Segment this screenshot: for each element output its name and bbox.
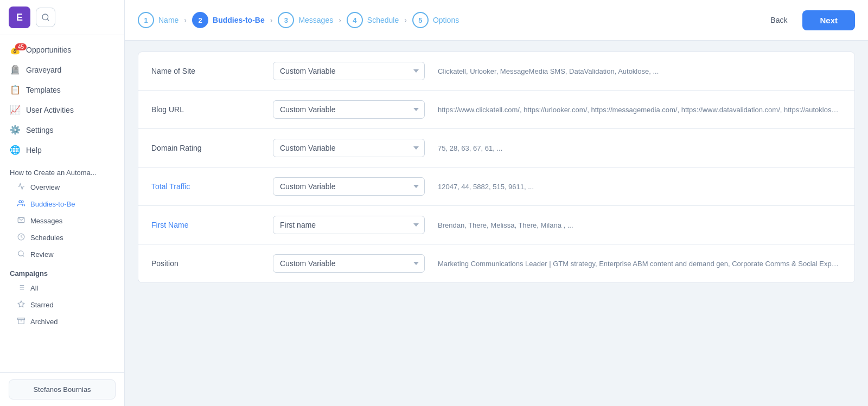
svg-rect-14 [18, 318, 25, 320]
templates-icon: 📋 [10, 85, 21, 95]
starred-icon [17, 300, 25, 310]
field-select-first-name[interactable]: First name [273, 216, 425, 234]
field-preview-blog-url: https://www.clickatell.com/, https://url… [438, 106, 841, 114]
sidebar-item-opportunities[interactable]: 💰 Opportunities 45 [0, 40, 124, 60]
sub-nav-label: Schedules [30, 234, 63, 242]
sub-nav-label: Messages [30, 217, 62, 225]
step-label-3: Messages [298, 16, 333, 24]
wizard-step-5[interactable]: 5 Options [412, 12, 459, 28]
wizard-header: 1 Name › 2 Buddies-to-Be › 3 Messages › … [125, 0, 868, 41]
field-select-blog-url[interactable]: Custom Variable [273, 100, 425, 119]
svg-line-6 [23, 255, 24, 257]
sub-nav-label: Review [30, 250, 54, 259]
step-circle-5: 5 [412, 12, 429, 28]
step-label-1: Name [158, 16, 178, 24]
step-circle-2: 2 [192, 12, 208, 28]
sidebar-top: E [0, 0, 124, 35]
arrow-1: › [184, 16, 187, 24]
user-activities-icon: 📈 [10, 105, 21, 115]
step-label-5: Options [433, 16, 459, 24]
wizard-steps: 1 Name › 2 Buddies-to-Be › 3 Messages › … [138, 12, 764, 28]
sidebar-item-settings[interactable]: ⚙️ Settings [0, 120, 124, 140]
sidebar-item-templates[interactable]: 📋 Templates [0, 80, 124, 100]
graveyard-icon: 🪦 [10, 65, 21, 75]
search-button[interactable] [36, 8, 55, 27]
svg-marker-13 [18, 301, 24, 307]
fields-table: Name of Site Custom Variable Clickatell,… [138, 51, 855, 283]
field-label-position: Position [151, 259, 260, 268]
field-label-domain-rating: Domain Rating [151, 144, 260, 152]
field-select-name-of-site[interactable]: Custom Variable [273, 62, 425, 80]
settings-icon: ⚙️ [10, 125, 21, 135]
arrow-4: › [404, 16, 407, 24]
field-label-blog-url: Blog URL [151, 105, 260, 114]
field-label-first-name: First Name [151, 221, 260, 229]
sub-nav-overview[interactable]: Overview [0, 179, 124, 196]
wizard-actions: Back Next [764, 10, 855, 30]
field-row-blog-url: Blog URL Custom Variable https://www.cli… [138, 91, 854, 129]
sidebar: E 💰 Opportunities 45 🪦 Graveyard 📋 Templ… [0, 0, 125, 406]
field-label-name-of-site: Name of Site [151, 67, 260, 75]
wizard-step-3[interactable]: 3 Messages [278, 12, 333, 28]
campaign-starred[interactable]: Starred [0, 297, 124, 313]
back-button[interactable]: Back [764, 11, 794, 29]
sidebar-item-help[interactable]: 🌐 Help [0, 140, 124, 160]
step-label-2: Buddies-to-Be [213, 16, 265, 24]
opportunities-badge: 45 [15, 43, 27, 50]
field-row-total-traffic: Total Traffic Custom Variable 12047, 44,… [138, 167, 854, 206]
svg-line-1 [47, 19, 49, 21]
svg-point-0 [42, 14, 48, 20]
how-to-title: How to Create an Automa... [0, 164, 124, 179]
field-preview-position: Marketing Communications Leader | GTM st… [438, 260, 841, 268]
field-select-total-traffic[interactable]: Custom Variable [273, 177, 425, 196]
field-select-position[interactable]: Custom Variable [273, 254, 425, 273]
sidebar-footer: Stefanos Bournias [0, 372, 124, 406]
sub-nav-label: Buddies-to-Be [30, 200, 75, 208]
svg-point-5 [18, 251, 23, 256]
messages-icon [17, 216, 25, 225]
field-preview-total-traffic: 12047, 44, 5882, 515, 9611, ... [438, 183, 841, 191]
field-select-domain-rating[interactable]: Custom Variable [273, 139, 425, 157]
sidebar-item-graveyard[interactable]: 🪦 Graveyard [0, 60, 124, 80]
field-row-first-name: First Name First name Brendan, There, Me… [138, 206, 854, 244]
wizard-step-4[interactable]: 4 Schedule [347, 12, 399, 28]
archived-icon [17, 317, 25, 326]
sub-nav: Overview Buddies-to-Be Messages Schedule… [0, 179, 124, 263]
all-icon [17, 283, 25, 293]
content-area: Name of Site Custom Variable Clickatell,… [125, 41, 868, 406]
sub-nav-schedules[interactable]: Schedules [0, 229, 124, 246]
field-preview-domain-rating: 75, 28, 63, 67, 61, ... [438, 144, 841, 152]
arrow-2: › [270, 16, 273, 24]
step-label-4: Schedule [367, 16, 399, 24]
step-circle-4: 4 [347, 12, 363, 28]
campaign-archived-label: Archived [30, 318, 58, 326]
campaign-starred-label: Starred [30, 301, 54, 309]
step-circle-1: 1 [138, 12, 154, 28]
field-row-domain-rating: Domain Rating Custom Variable 75, 28, 63… [138, 129, 854, 167]
help-icon: 🌐 [10, 145, 21, 155]
buddies-icon [17, 199, 25, 209]
campaign-all-label: All [30, 284, 38, 292]
sub-nav-label: Overview [30, 183, 60, 191]
campaign-all[interactable]: All [0, 280, 124, 297]
field-preview-first-name: Brendan, There, Melissa, There, Milana ,… [438, 221, 841, 229]
svg-point-2 [19, 201, 22, 203]
wizard-step-1[interactable]: 1 Name [138, 12, 178, 28]
sidebar-nav: 💰 Opportunities 45 🪦 Graveyard 📋 Templat… [0, 35, 124, 164]
sidebar-item-label: Settings [26, 126, 54, 134]
campaign-archived[interactable]: Archived [0, 313, 124, 330]
sidebar-item-label: Opportunities [26, 46, 71, 54]
sub-nav-buddies-to-be[interactable]: Buddies-to-Be [0, 196, 124, 212]
logo-icon[interactable]: E [9, 7, 30, 28]
sidebar-item-label: Templates [26, 86, 61, 94]
field-row-position: Position Custom Variable Marketing Commu… [138, 244, 854, 282]
sub-nav-messages[interactable]: Messages [0, 212, 124, 229]
field-row-name-of-site: Name of Site Custom Variable Clickatell,… [138, 52, 854, 91]
sidebar-item-label: Graveyard [26, 66, 61, 74]
field-label-total-traffic: Total Traffic [151, 182, 260, 191]
user-name[interactable]: Stefanos Bournias [9, 379, 116, 399]
wizard-step-2[interactable]: 2 Buddies-to-Be [192, 12, 265, 28]
sub-nav-review[interactable]: Review [0, 246, 124, 263]
sidebar-item-user-activities[interactable]: 📈 User Activities [0, 100, 124, 120]
next-button[interactable]: Next [802, 10, 855, 30]
